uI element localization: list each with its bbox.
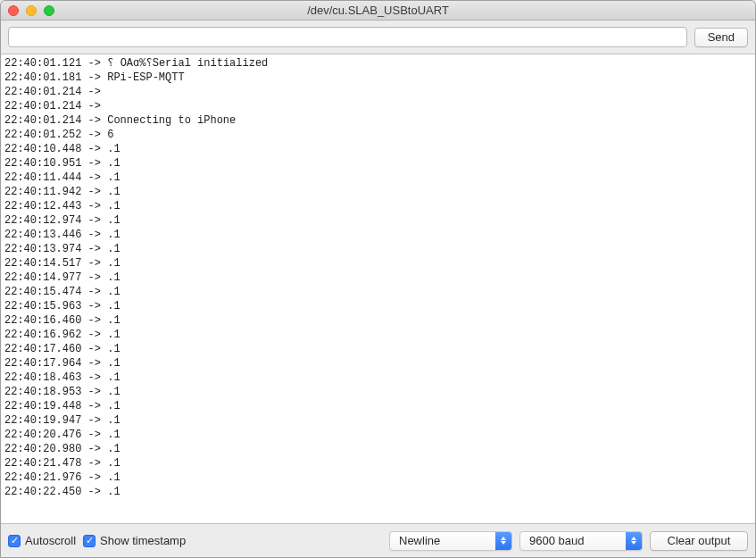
- check-icon: ✓: [83, 535, 96, 547]
- window-title: /dev/cu.SLAB_USBtoUART: [1, 4, 755, 17]
- serial-input[interactable]: [8, 27, 687, 47]
- baud-rate-select[interactable]: 9600 baud: [519, 531, 643, 551]
- autoscroll-checkbox[interactable]: ✓ Autoscroll: [8, 534, 76, 547]
- autoscroll-label: Autoscroll: [25, 534, 76, 547]
- titlebar: /dev/cu.SLAB_USBtoUART: [1, 1, 755, 21]
- clear-output-button[interactable]: Clear output: [650, 531, 748, 551]
- send-button[interactable]: Send: [694, 28, 748, 47]
- traffic-lights: [8, 5, 54, 16]
- show-timestamp-label: Show timestamp: [100, 534, 186, 547]
- line-ending-value: Newline: [399, 534, 440, 547]
- footer: ✓ Autoscroll ✓ Show timestamp Newline 96…: [1, 523, 755, 557]
- select-arrows-icon: [626, 532, 642, 550]
- close-window-button[interactable]: [8, 5, 19, 16]
- minimize-window-button[interactable]: [26, 5, 37, 16]
- maximize-window-button[interactable]: [44, 5, 54, 16]
- check-icon: ✓: [8, 535, 21, 547]
- console-output[interactable]: 22:40:01.121 -> ⸮ OAɑ%⸮Serial initialize…: [1, 54, 755, 523]
- baud-rate-value: 9600 baud: [529, 534, 584, 547]
- show-timestamp-checkbox[interactable]: ✓ Show timestamp: [83, 534, 186, 547]
- line-ending-select[interactable]: Newline: [389, 531, 512, 551]
- select-arrows-icon: [495, 532, 511, 550]
- toolbar: Send: [1, 21, 755, 54]
- serial-monitor-window: /dev/cu.SLAB_USBtoUART Send 22:40:01.121…: [0, 0, 756, 558]
